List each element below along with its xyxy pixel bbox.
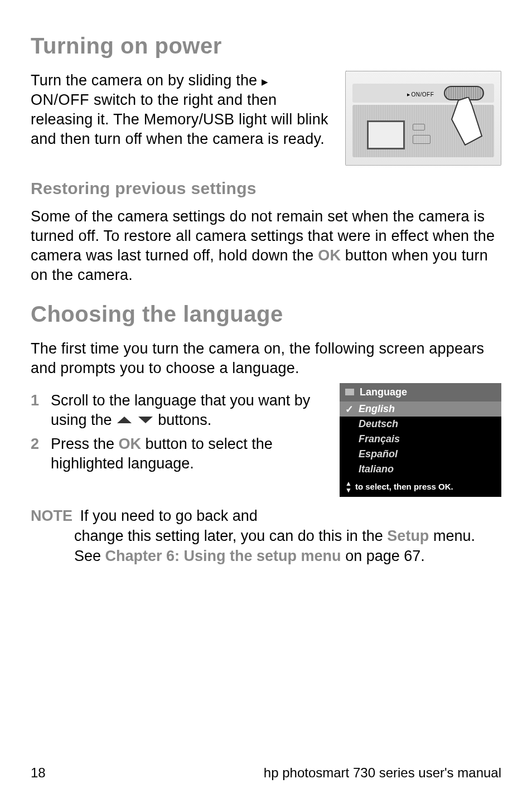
note-label: NOTE bbox=[31, 507, 72, 524]
power-paragraph: Turn the camera on by sliding the ▶ ON/O… bbox=[31, 71, 328, 149]
ok-button-label-inline: OK bbox=[318, 247, 341, 264]
illus-screen bbox=[367, 120, 405, 149]
manual-title: hp photosmart 730 series user's manual bbox=[264, 765, 501, 781]
language-option-espanol: Español bbox=[340, 447, 501, 462]
step-2-text: Press the OK button to select the highli… bbox=[51, 434, 324, 473]
language-option-italiano: Italiano bbox=[340, 462, 501, 477]
language-steps: 1 Scroll to the language that you want b… bbox=[31, 391, 324, 473]
illus-onoff-label: ON/OFF bbox=[407, 91, 434, 98]
note-text-d: on page 67. bbox=[345, 548, 425, 564]
language-menu-screenshot: Language English Deutsch Français Españo… bbox=[340, 383, 501, 497]
note-text-a: If you need to go back and bbox=[80, 507, 258, 524]
step-1-text: Scroll to the language that you want by … bbox=[51, 391, 324, 430]
language-menu-footer-text: to select, then press OK. bbox=[355, 482, 453, 491]
heading-restoring-settings: Restoring previous settings bbox=[31, 179, 501, 198]
language-menu-header: Language bbox=[340, 383, 501, 402]
language-menu-footer: ▲▼ to select, then press OK. bbox=[340, 477, 501, 497]
up-triangle-icon bbox=[116, 415, 133, 424]
step-number-1: 1 bbox=[31, 391, 44, 430]
right-triangle-icon: ▶ bbox=[262, 76, 268, 88]
svg-marker-2 bbox=[138, 417, 153, 423]
step1-b: buttons. bbox=[158, 412, 211, 428]
illus-small-button-2 bbox=[413, 135, 431, 144]
language-option-english: English bbox=[340, 402, 501, 417]
note-line-2: change this setting later, you can do th… bbox=[74, 526, 501, 567]
heading-turning-on-power: Turning on power bbox=[31, 33, 501, 59]
setup-menu-label: Setup bbox=[387, 528, 429, 544]
camera-illustration: ON/OFF bbox=[345, 71, 501, 166]
language-menu-title: Language bbox=[360, 386, 407, 398]
on-off-label: ON/OFF bbox=[31, 91, 94, 108]
down-triangle-icon bbox=[137, 415, 154, 424]
ok-button-label-inline-2: OK bbox=[119, 436, 142, 452]
svg-marker-0 bbox=[452, 97, 482, 145]
chapter-reference: Chapter 6: Using the setup menu bbox=[105, 548, 341, 564]
svg-marker-1 bbox=[117, 417, 132, 423]
step2-a: Press the bbox=[51, 436, 119, 452]
heading-choosing-language: Choosing the language bbox=[31, 302, 501, 327]
language-option-deutsch: Deutsch bbox=[340, 417, 501, 432]
page-number: 18 bbox=[31, 765, 46, 781]
flag-icon bbox=[345, 389, 354, 395]
language-option-francais: Français bbox=[340, 432, 501, 447]
illus-pointer-arrow-icon bbox=[448, 97, 487, 147]
power-text-a: Turn the camera on by sliding the bbox=[31, 72, 262, 89]
language-intro: The first time you turn the camera on, t… bbox=[31, 339, 501, 378]
restore-paragraph: Some of the camera settings do not remai… bbox=[31, 207, 501, 285]
note-text-b: change this setting later, you can do th… bbox=[74, 528, 387, 544]
step-number-2: 2 bbox=[31, 434, 44, 473]
note-line-1: NOTE If you need to go back and bbox=[31, 506, 501, 526]
up-down-icon: ▲▼ bbox=[345, 480, 352, 494]
illus-small-button-1 bbox=[413, 124, 425, 130]
